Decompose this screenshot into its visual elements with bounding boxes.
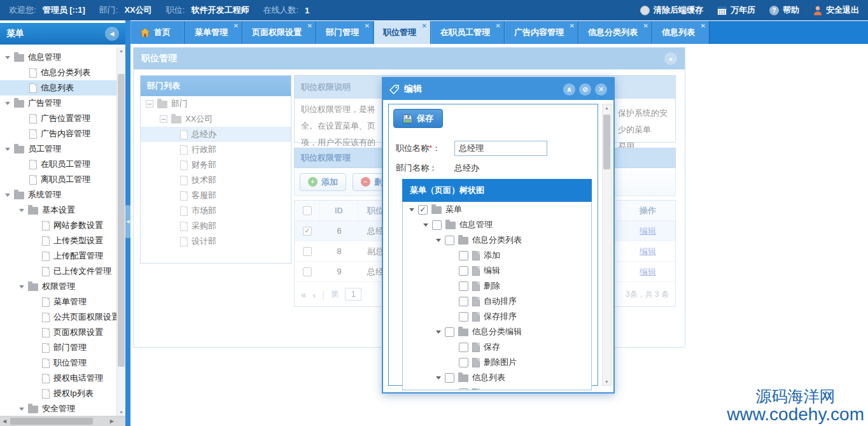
- sidebar-item-basic-settings[interactable]: 基本设置: [0, 202, 116, 218]
- tab-menu-mgmt[interactable]: 菜单管理✕: [185, 21, 242, 44]
- sidebar-item-info-category-list[interactable]: 信息分类列表: [0, 65, 116, 80]
- dept-tree-item[interactable]: 财务部: [141, 157, 291, 173]
- scrollbar-thumb[interactable]: [118, 74, 125, 367]
- sidebar-item-auth-ip[interactable]: 授权Ip列表: [0, 386, 116, 401]
- tree-row[interactable]: 保存: [403, 339, 591, 355]
- sidebar-item-security-mgmt[interactable]: 安全管理: [0, 401, 116, 416]
- tab-close-icon[interactable]: ✕: [643, 23, 648, 29]
- collapse-minus-icon[interactable]: [160, 115, 167, 123]
- add-button[interactable]: + 添加: [300, 173, 346, 191]
- tree-row[interactable]: 添加: [403, 248, 591, 263]
- tree-checkbox[interactable]: [459, 281, 468, 291]
- select-all-checkbox[interactable]: [303, 206, 312, 215]
- edit-link[interactable]: 编辑: [640, 225, 656, 237]
- edit-link[interactable]: 编辑: [640, 246, 656, 257]
- save-button[interactable]: 保存: [393, 109, 443, 128]
- tree-checkbox[interactable]: [459, 358, 468, 367]
- tree-row[interactable]: 保存排序: [403, 309, 591, 324]
- tree-checkbox[interactable]: [445, 373, 454, 383]
- tab-position-mgmt[interactable]: 职位管理✕: [374, 21, 431, 44]
- scroll-up-icon[interactable]: ▲: [117, 48, 125, 53]
- sidebar-item-upload-type[interactable]: 上传类型设置: [0, 233, 116, 248]
- sidebar-item-ad-position[interactable]: 广告位置管理: [0, 111, 116, 126]
- dept-tree-item[interactable]: 市场部: [141, 203, 291, 218]
- sidebar-item-info-mgmt[interactable]: 信息管理: [0, 50, 116, 65]
- tab-active-staff[interactable]: 在职员工管理✕: [431, 21, 505, 44]
- scroll-down-icon[interactable]: ▼: [603, 380, 611, 384]
- help-button[interactable]: ? 帮助: [769, 4, 799, 16]
- tree-checkbox[interactable]: [445, 236, 454, 245]
- edit-dialog-header[interactable]: 编辑 ∧ ⊘ ✕: [383, 78, 613, 100]
- sidebar-item-staff-mgmt[interactable]: 员工管理: [0, 141, 116, 157]
- sidebar-collapse-button[interactable]: ◀: [105, 27, 119, 41]
- tab-page-perm[interactable]: 页面权限设置✕: [242, 21, 316, 44]
- tab-close-icon[interactable]: ✕: [365, 23, 370, 29]
- tab-close-icon[interactable]: ✕: [234, 23, 239, 29]
- scrollbar-thumb[interactable]: [10, 418, 93, 425]
- dept-tree-item[interactable]: 技术部: [141, 173, 291, 188]
- tree-row[interactable]: 编辑: [403, 263, 591, 278]
- panel-collapse-button[interactable]: ▲: [664, 52, 677, 65]
- sidebar-item-system-mgmt[interactable]: 系统管理: [0, 187, 116, 202]
- sidebar-item-menu-mgmt[interactable]: 菜单管理: [0, 294, 116, 309]
- sidebar-item-auth-phone[interactable]: 授权电话管理: [0, 371, 116, 386]
- position-name-input[interactable]: [454, 141, 547, 156]
- dialog-scrollbar[interactable]: ▲ ▼: [602, 104, 612, 386]
- dept-tree-item[interactable]: 设计部: [141, 234, 291, 249]
- tree-checkbox[interactable]: [445, 327, 454, 337]
- sidebar-item-ad-content[interactable]: 广告内容管理: [0, 126, 116, 141]
- sidebar-item-upload-config[interactable]: 上传配置管理: [0, 248, 116, 264]
- sidebar-item-page-perm[interactable]: 页面权限设置: [0, 325, 116, 340]
- sidebar-item-site-params[interactable]: 网站参数设置: [0, 218, 116, 233]
- scroll-left-icon[interactable]: ◀: [3, 418, 6, 424]
- tree-checkbox[interactable]: [418, 205, 428, 215]
- tree-checkbox[interactable]: [459, 388, 468, 391]
- tree-checkbox[interactable]: [459, 297, 468, 306]
- collapse-minus-icon[interactable]: [146, 100, 153, 108]
- tab-close-icon[interactable]: ✕: [496, 23, 501, 29]
- tab-home[interactable]: 首页: [130, 21, 185, 44]
- tree-row[interactable]: 信息分类列表: [403, 232, 591, 248]
- tree-checkbox[interactable]: [459, 343, 468, 352]
- tree-checkbox[interactable]: [459, 266, 468, 276]
- dept-tree-item[interactable]: 客服部: [141, 188, 291, 203]
- first-page-icon[interactable]: «: [301, 289, 306, 300]
- scroll-right-icon[interactable]: ▶: [110, 418, 114, 424]
- splitter-collapse-handle[interactable]: ◀: [125, 205, 130, 238]
- page-number-input[interactable]: [345, 288, 361, 301]
- sidebar-item-position-mgmt[interactable]: 职位管理: [0, 355, 116, 371]
- tab-close-icon[interactable]: ✕: [570, 23, 575, 29]
- tree-row[interactable]: 信息列表: [403, 370, 591, 385]
- row-checkbox[interactable]: [303, 227, 312, 236]
- sidebar-item-dept-mgmt[interactable]: 部门管理: [0, 340, 116, 355]
- edit-link[interactable]: 编辑: [640, 266, 656, 278]
- dept-tree-item[interactable]: 采购部: [141, 218, 291, 234]
- tab-close-icon[interactable]: ✕: [701, 23, 706, 29]
- row-checkbox[interactable]: [303, 247, 312, 256]
- sidebar-item-active-staff[interactable]: 在职员工管理: [0, 157, 116, 172]
- tree-row[interactable]: 信息管理: [403, 217, 591, 232]
- tree-checkbox[interactable]: [459, 312, 468, 322]
- sidebar-horizontal-scrollbar[interactable]: ◀ ▶: [0, 416, 125, 426]
- scroll-up-icon[interactable]: ▲: [603, 106, 611, 110]
- sidebar-item-public-page-perm[interactable]: 公共页面权限设置: [0, 309, 116, 325]
- tree-row[interactable]: 信息分类编辑: [403, 324, 591, 339]
- tree-row[interactable]: 删除: [403, 278, 591, 294]
- sidebar-item-info-list[interactable]: 信息列表: [0, 80, 116, 96]
- tree-checkbox[interactable]: [432, 220, 442, 230]
- dialog-collapse-button[interactable]: ∧: [563, 83, 575, 96]
- layout-splitter[interactable]: ◀: [125, 20, 130, 426]
- logout-button[interactable]: 安全退出: [813, 4, 859, 16]
- prev-page-icon[interactable]: ‹: [312, 289, 316, 300]
- dept-tree-item[interactable]: 行政部: [141, 142, 291, 157]
- tree-row-menu[interactable]: 菜单: [403, 202, 591, 217]
- sidebar-vertical-scrollbar[interactable]: ▲ ▼: [116, 47, 125, 416]
- tree-row[interactable]: 删除图片: [403, 355, 591, 370]
- sidebar-item-perm-mgmt[interactable]: 权限管理: [0, 279, 116, 294]
- tree-row[interactable]: 自动排序: [403, 294, 591, 309]
- tab-info-list[interactable]: 信息列表✕: [652, 21, 710, 44]
- dept-tree-company[interactable]: XX公司: [141, 111, 291, 127]
- clear-cache-button[interactable]: 清除后端缓存: [640, 4, 703, 16]
- row-checkbox[interactable]: [303, 267, 312, 276]
- dept-tree-item[interactable]: 总经办: [141, 127, 291, 142]
